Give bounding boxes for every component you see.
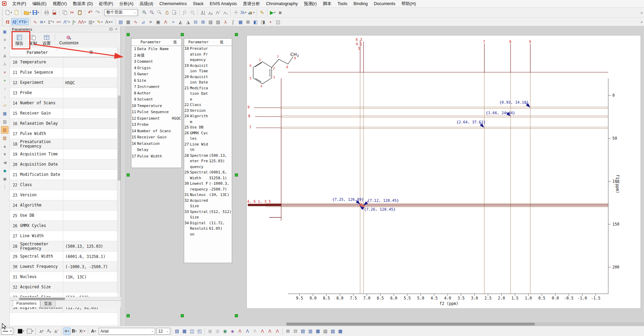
copy-parameters-button[interactable]: 复制 (26, 34, 40, 47)
menu-item[interactable]: ElViS Analysis (207, 0, 240, 7)
peak-picking-button[interactable]: Λ°▾ (62, 18, 71, 25)
parameter-row[interactable]: 22Class (10, 180, 117, 190)
alignment-tool-icon[interactable]: ≡ (1, 36, 9, 44)
apodization-button[interactable]: ≋▾ (38, 18, 47, 25)
phase-correction-button[interactable]: 1°▾ (47, 18, 55, 25)
parameter-row[interactable]: 19Acquisition Time (10, 149, 117, 159)
layout-remove-icon[interactable]: ⊟ (292, 328, 299, 335)
spectrum-page[interactable]: CH3 123456789 f2 (ppm) f1 (ppm) 9.59.08.… (246, 35, 641, 309)
toolbar-overflow-chevron[interactable]: » (641, 20, 643, 24)
parameter-row[interactable]: 20Acquisition Date (10, 159, 117, 170)
selection-handle[interactable] (235, 173, 238, 177)
pin-trace-button[interactable]: ◫ (275, 18, 281, 25)
document-horizontal-scrollbar[interactable] (286, 322, 644, 326)
selection-handle[interactable] (181, 33, 184, 36)
run-button[interactable]: ▶▾ (269, 9, 276, 17)
menu-item[interactable]: 数据库 (D) (70, 0, 96, 7)
whole-window-button[interactable]: ▦ (125, 18, 132, 25)
table-view-button[interactable]: ▨ (215, 18, 222, 25)
cutoff-button[interactable]: Λ (162, 18, 169, 25)
blue-grid-icon[interactable]: ▦ (315, 328, 321, 335)
clear-format-button[interactable]: A× (53, 328, 60, 335)
cube-3d-icon[interactable]: ◆ (1, 167, 9, 174)
layout-add-icon[interactable]: ⊞ (285, 328, 291, 335)
predict-overlay-spectrum-icon[interactable]: Λ (267, 328, 273, 335)
parameter-row[interactable]: 32Acquired Size (10, 282, 117, 292)
crosshair-tool-icon[interactable]: + (1, 44, 9, 52)
next-zoom-button[interactable] (189, 9, 196, 17)
menu-item[interactable]: 预测(r) (301, 0, 320, 7)
trace-h-button[interactable]: ⊟ (192, 18, 199, 25)
customize-button[interactable]: Customize (57, 34, 81, 46)
f2-dimension-button[interactable]: f2 (11, 18, 18, 25)
active-layout-icon[interactable]: ▨ (1, 126, 9, 134)
fit-height-button[interactable]: ▣ (155, 18, 162, 25)
bold-button[interactable]: B▾ (70, 327, 78, 335)
parameter-row[interactable]: 18Presaturation Frequency (10, 139, 117, 149)
script-editor-button[interactable]: ✎ (258, 9, 266, 17)
bias-button[interactable]: ⊿ (140, 18, 147, 25)
parameter-row[interactable]: 25Use DB (10, 211, 117, 221)
parameter-row[interactable]: 30Lowest Frequency(-1000.3, -2500.7) (10, 262, 117, 272)
add-object-icon[interactable]: + (1, 77, 9, 85)
grid-view-button[interactable]: ▧ (207, 18, 214, 25)
zoom-level-combo[interactable]: 整个页面⌄ (104, 9, 138, 16)
scrollbar-thumb[interactable] (19, 298, 65, 300)
report-db-icon[interactable]: ▤ (174, 328, 180, 335)
split-button[interactable]: ◨ (260, 18, 267, 25)
parameter-row[interactable]: 13Probe (10, 88, 117, 98)
paste-button[interactable] (76, 9, 83, 17)
selection-handle[interactable] (235, 33, 238, 36)
font-family-combo[interactable]: Arial⌄ (99, 328, 155, 335)
menu-item[interactable]: 高级(d) (136, 0, 156, 7)
panel-vertical-scrollbar[interactable] (117, 48, 120, 293)
redo-button[interactable]: ↷ (94, 9, 101, 17)
font-size-combo[interactable]: 12⌄ (157, 328, 170, 335)
save-button[interactable]: ▾ (32, 9, 40, 17)
binning-button[interactable]: ▥▾ (87, 18, 96, 25)
menu-item[interactable]: 帮助(H) (399, 0, 419, 7)
smooth-button[interactable]: ≈ (170, 18, 177, 25)
ft2-button[interactable]: FT2▾ (18, 18, 29, 25)
subscript-button[interactable]: X2▾ (78, 327, 86, 335)
menu-item[interactable]: 脚本 (320, 0, 334, 7)
predict-disabled-icon[interactable]: ◍ (207, 328, 213, 335)
collapse-left-icon[interactable]: ◀ (1, 159, 9, 166)
print-preview-button[interactable] (171, 9, 178, 17)
menu-item[interactable]: 分析(A) (116, 0, 136, 7)
parameter-row[interactable]: 12ExperimentHSQC (10, 78, 117, 88)
table-insert-icon[interactable]: ▦ (1, 110, 9, 117)
move-up-icon[interactable]: ↑ (1, 85, 9, 93)
increase-font-button[interactable]: A▴ (38, 328, 45, 335)
parameter-row[interactable]: 31Nucleus(1H, 13C) (10, 272, 117, 282)
layout-grid-icon[interactable]: ▧ (1, 134, 9, 142)
panel-title-bar[interactable]: Parameters × (10, 26, 120, 32)
integral-view-button[interactable]: ∫ (230, 18, 237, 25)
blue-dense-grid-icon[interactable]: ▩ (337, 328, 344, 335)
predict-t1-spectrum-icon[interactable]: Λ (274, 328, 281, 335)
format-text-icon[interactable]: A (1, 61, 9, 68)
zoom-out-button[interactable] (148, 9, 156, 17)
tab-pages[interactable]: 页面 (40, 301, 55, 308)
stack-plot-button[interactable]: ▤ (117, 18, 124, 25)
pan-hand-button[interactable] (163, 9, 171, 17)
scroll-up-icon[interactable]: ▲ (1, 142, 9, 150)
parameter-row[interactable]: 29Spectral Width(6001.6, 31258.1) (10, 251, 117, 262)
advanced-proc-button[interactable]: Λ+▾ (104, 18, 114, 25)
predict-red-spectrum-icon[interactable]: Λ (259, 328, 266, 335)
pin-panel-icon[interactable]: ◉ (1, 175, 9, 183)
fill-color-button[interactable]: ▾ (16, 327, 26, 335)
more-tools-icon[interactable]: ⋮ (1, 183, 9, 191)
dock-splitter[interactable] (121, 26, 126, 326)
undo-button[interactable]: ↶ (86, 9, 94, 17)
selection-handle[interactable] (127, 33, 130, 36)
open-button[interactable]: ▾ (23, 9, 32, 17)
parameter-row[interactable]: 21Modification Date (10, 170, 117, 180)
db-history-icon[interactable]: ◫ (189, 328, 195, 335)
decrease-intensity-button[interactable] (222, 9, 229, 17)
parameter-row[interactable]: 17Pulse Width (10, 129, 117, 139)
predict-8-spectrum-icon[interactable]: Λ (237, 328, 243, 335)
export-pdf-button[interactable] (50, 9, 58, 17)
f1-dimension-button[interactable]: f1 (4, 18, 11, 25)
parameter-row[interactable]: 28Spectrometer Frequency(500.13, 125.03) (10, 241, 117, 251)
